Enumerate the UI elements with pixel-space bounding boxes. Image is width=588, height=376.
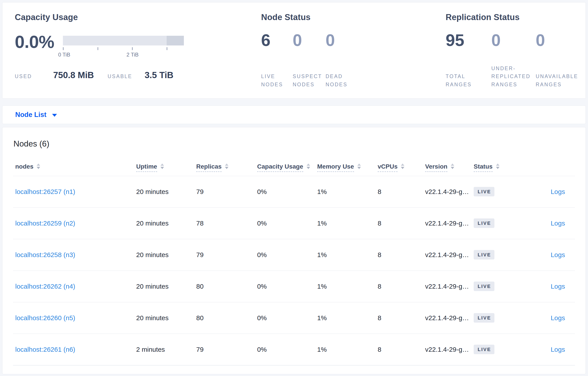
column-header-vcpus[interactable]: vCPUs bbox=[376, 159, 423, 176]
cell-memory-use: 1% bbox=[315, 302, 376, 334]
cell-capacity-usage: 0% bbox=[255, 302, 315, 334]
cell-vcpus: 8 bbox=[376, 271, 423, 302]
total-ranges-count: 95 bbox=[446, 32, 491, 49]
cell-memory-use: 1% bbox=[315, 334, 376, 365]
cell-logs: Logs bbox=[519, 176, 575, 208]
node-link[interactable]: localhost:26262 (n4) bbox=[15, 283, 75, 290]
under-replicated-ranges-metric: 0 UNDER- REPLICATED RANGES bbox=[491, 32, 536, 89]
table-row-n5: localhost:26260 (n5) 20 minutes 80 0% 1%… bbox=[13, 302, 575, 334]
cell-node-address: localhost:26258 (n3) bbox=[13, 239, 134, 271]
cell-vcpus: 8 bbox=[376, 302, 423, 334]
column-header-version[interactable]: Version bbox=[423, 159, 472, 176]
nodes-table-card: Nodes (6) nodes Uptime Replicas bbox=[2, 127, 586, 374]
logs-link[interactable]: Logs bbox=[551, 251, 565, 258]
cell-replicas: 80 bbox=[194, 302, 255, 334]
cell-replicas: 80 bbox=[194, 271, 255, 302]
capacity-bar bbox=[63, 36, 184, 45]
cell-capacity-usage: 0% bbox=[255, 239, 315, 271]
axis-tick bbox=[98, 47, 98, 50]
column-header-label: Memory Use bbox=[317, 163, 354, 172]
node-link[interactable]: localhost:26261 (n6) bbox=[15, 346, 75, 353]
status-badge: LIVE bbox=[474, 282, 494, 291]
column-header-nodes[interactable]: nodes bbox=[13, 159, 134, 176]
column-header-label: Status bbox=[474, 163, 493, 172]
cell-uptime: 20 minutes bbox=[134, 271, 194, 302]
cell-replicas: 79 bbox=[194, 176, 255, 208]
cell-version: v22.1.4-29-g… bbox=[423, 334, 472, 365]
dead-nodes-label: DEAD NODES bbox=[326, 72, 347, 89]
cell-vcpus: 8 bbox=[376, 176, 423, 208]
unavailable-ranges-metric: 0 UNAVAILABLE RANGES bbox=[536, 32, 578, 89]
cell-uptime: 2 minutes bbox=[134, 334, 194, 365]
cell-status: LIVE bbox=[472, 271, 519, 302]
node-link[interactable]: localhost:26258 (n3) bbox=[15, 251, 75, 258]
cell-logs: Logs bbox=[519, 302, 575, 334]
sort-icon[interactable] bbox=[37, 164, 40, 169]
logs-link[interactable]: Logs bbox=[551, 283, 565, 290]
node-status-title: Node Status bbox=[261, 13, 347, 22]
cell-logs: Logs bbox=[519, 334, 575, 365]
cell-capacity-usage: 0% bbox=[255, 334, 315, 365]
nodes-table: nodes Uptime Replicas Capacity Usage Mem… bbox=[13, 159, 575, 366]
cell-node-address: localhost:26261 (n6) bbox=[13, 334, 134, 365]
capacity-usage-percent: 0.0% bbox=[15, 33, 54, 51]
suspect-nodes-label: SUSPECT NODES bbox=[293, 72, 326, 89]
axis-tick bbox=[63, 47, 63, 50]
unavailable-ranges-count: 0 bbox=[536, 32, 578, 49]
logs-link[interactable]: Logs bbox=[551, 314, 565, 322]
suspect-nodes-count: 0 bbox=[293, 32, 326, 49]
column-header-status[interactable]: Status bbox=[472, 159, 519, 176]
cell-capacity-usage: 0% bbox=[255, 271, 315, 302]
capacity-usage-bar-chart: 0 TiB 2 TiB bbox=[63, 33, 184, 51]
node-list-dropdown-label[interactable]: Node List bbox=[15, 111, 46, 119]
column-header-memory-use[interactable]: Memory Use bbox=[315, 159, 376, 176]
replication-status-metrics: 95 TOTAL RANGES 0 UNDER- REPLICATED RANG… bbox=[446, 32, 578, 89]
node-link[interactable]: localhost:26259 (n2) bbox=[15, 219, 75, 227]
capacity-usage-section: Capacity Usage 0.0% 0 TiB 2 TiB U bbox=[15, 13, 184, 80]
total-ranges-label: TOTAL RANGES bbox=[446, 72, 491, 89]
suspect-nodes-metric: 0 SUSPECT NODES bbox=[293, 32, 326, 89]
axis-tick-label: 0 TiB bbox=[58, 52, 70, 58]
capacity-usage-stats: USED 750.8 MiB USABLE 3.5 TiB bbox=[15, 70, 184, 80]
logs-link[interactable]: Logs bbox=[551, 346, 565, 353]
column-header-logs bbox=[519, 159, 575, 176]
column-header-uptime[interactable]: Uptime bbox=[134, 159, 194, 176]
node-link[interactable]: localhost:26257 (n1) bbox=[15, 188, 75, 195]
replication-status-title: Replication Status bbox=[446, 13, 578, 22]
column-header-capacity-usage[interactable]: Capacity Usage bbox=[255, 159, 315, 176]
sort-icon[interactable] bbox=[496, 164, 500, 169]
logs-link[interactable]: Logs bbox=[551, 219, 565, 227]
cell-node-address: localhost:26257 (n1) bbox=[13, 176, 134, 208]
status-badge: LIVE bbox=[474, 250, 494, 260]
cell-version: v22.1.4-29-g… bbox=[423, 176, 472, 208]
table-row-n3: localhost:26258 (n3) 20 minutes 79 0% 1%… bbox=[13, 239, 575, 271]
logs-link[interactable]: Logs bbox=[551, 188, 565, 195]
sort-icon[interactable] bbox=[401, 164, 404, 169]
sort-icon[interactable] bbox=[225, 164, 229, 169]
table-header-row: nodes Uptime Replicas Capacity Usage Mem… bbox=[13, 159, 575, 176]
dead-nodes-count: 0 bbox=[326, 32, 347, 49]
sort-icon[interactable] bbox=[160, 164, 164, 169]
node-link[interactable]: localhost:26260 (n5) bbox=[15, 314, 75, 322]
cell-replicas: 79 bbox=[194, 334, 255, 365]
sort-icon[interactable] bbox=[357, 164, 361, 169]
column-header-replicas[interactable]: Replicas bbox=[194, 159, 255, 176]
cell-uptime: 20 minutes bbox=[134, 302, 194, 334]
cell-status: LIVE bbox=[472, 208, 519, 239]
sort-icon[interactable] bbox=[307, 164, 310, 169]
table-row-n4: localhost:26262 (n4) 20 minutes 80 0% 1%… bbox=[13, 271, 575, 302]
cell-replicas: 79 bbox=[194, 239, 255, 271]
status-badge: LIVE bbox=[474, 345, 494, 354]
axis-tick bbox=[167, 47, 167, 50]
cell-status: LIVE bbox=[472, 239, 519, 271]
cell-status: LIVE bbox=[472, 334, 519, 365]
node-list-dropdown[interactable]: Node List bbox=[2, 105, 586, 124]
cell-logs: Logs bbox=[519, 271, 575, 302]
sort-icon[interactable] bbox=[451, 164, 454, 169]
table-row-n1: localhost:26257 (n1) 20 minutes 79 0% 1%… bbox=[13, 176, 575, 208]
table-row-n6: localhost:26261 (n6) 2 minutes 79 0% 1% … bbox=[13, 334, 575, 365]
table-row-n2: localhost:26259 (n2) 20 minutes 78 0% 1%… bbox=[13, 208, 575, 239]
cell-status: LIVE bbox=[472, 302, 519, 334]
cell-logs: Logs bbox=[519, 208, 575, 239]
column-header-label: nodes bbox=[15, 163, 33, 170]
